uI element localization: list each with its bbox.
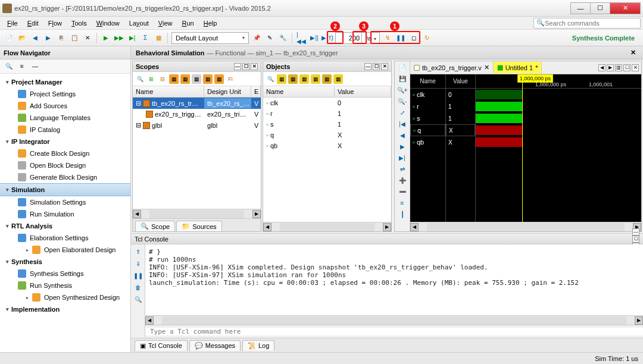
prev-tab-icon[interactable]: ◀ <box>598 64 605 71</box>
expand-icon[interactable]: ⊟ <box>136 121 141 129</box>
new-project-icon[interactable]: 📄 <box>4 33 14 43</box>
tcl-pause-icon[interactable]: ❚❚ <box>133 271 143 280</box>
expand-icon[interactable]: ▸ <box>26 247 29 253</box>
scope-row[interactable]: ex20_rs_trigg…ex20_rs_tri…V <box>133 109 261 120</box>
nav-section-implementation[interactable]: Implementation <box>0 303 130 315</box>
search-icon[interactable]: 🔍 <box>135 74 145 84</box>
next-icon[interactable]: ▶ <box>397 142 408 151</box>
next-icon[interactable]: ▶ <box>43 33 54 43</box>
filter2-icon[interactable]: ▦ <box>180 74 190 84</box>
report-icon[interactable]: ▦ <box>153 33 164 43</box>
nav-item-project-settings[interactable]: Project Settings <box>0 88 130 100</box>
waveform-scroll[interactable]: ◀▶ <box>410 222 641 231</box>
maximize-button[interactable]: ☐ <box>590 2 610 14</box>
waveform-canvas[interactable]: Name ▫clk▫r▫s▫q▫qb Value 011XX 1,000,000… <box>410 74 641 222</box>
menu-edit[interactable]: Edit <box>23 18 43 28</box>
run-impl-button[interactable]: ▶| <box>127 33 138 43</box>
ofilter2[interactable]: ▦ <box>288 74 298 84</box>
maximize-tab-icon[interactable]: ☐ <box>623 64 630 71</box>
previous-icon[interactable]: ◀ <box>30 33 40 43</box>
object-row[interactable]: ▫s1 <box>263 119 391 130</box>
col-e[interactable]: E <box>251 86 261 97</box>
nav-section-simulation[interactable]: Simulation <box>0 183 130 196</box>
ofilter5[interactable]: ▦ <box>322 74 332 84</box>
expand-icon[interactable]: ⊟ <box>136 99 141 107</box>
nav-item-ip-catalog[interactable]: IP Catalog <box>0 124 130 136</box>
file-icon[interactable]: 📄 <box>397 62 408 72</box>
close-panel-button[interactable]: ✕ <box>251 63 258 70</box>
search-icon[interactable]: 🔍 <box>266 74 275 84</box>
nav-section-ip-integrator[interactable]: IP Integrator <box>0 136 130 148</box>
ofilter6[interactable]: ▦ <box>333 74 343 84</box>
tab-log[interactable]: 📜Log <box>242 340 274 351</box>
nav-item-elaboration-settings[interactable]: Elaboration Settings <box>0 232 130 244</box>
expand-icon[interactable]: ⊞ <box>146 74 156 84</box>
close-button[interactable]: ✕ <box>610 2 641 14</box>
maximize-panel-button[interactable]: ☐ <box>373 63 380 70</box>
tcl-find-icon[interactable]: 🔍 <box>133 294 143 304</box>
sigma-icon[interactable]: Σ <box>140 33 151 43</box>
tcl-scroll[interactable]: ◀▶ <box>145 315 643 325</box>
pause-icon[interactable]: ❚❚ <box>395 33 406 43</box>
object-row[interactable]: ▫r1 <box>263 108 391 119</box>
scopes-scroll[interactable]: ◀▶ <box>133 209 261 218</box>
paste-icon[interactable]: 📋 <box>69 33 80 43</box>
nav-item-run-synthesis[interactable]: Run Synthesis <box>0 280 130 291</box>
menu-flow[interactable]: Flow <box>43 18 67 28</box>
filter5-icon[interactable]: ▦ <box>214 74 224 84</box>
tcl-command-input[interactable] <box>145 328 643 335</box>
menu-help[interactable]: Help <box>199 18 222 28</box>
zoom-out-icon[interactable]: 🔍- <box>397 96 408 106</box>
scope-row[interactable]: ⊟tb_ex20_rs_tr…tb_ex20_rs_…V <box>133 98 261 109</box>
wand-icon[interactable]: ✎ <box>264 33 275 43</box>
filter3-icon[interactable]: ▦ <box>192 74 201 84</box>
nav-item-generate-block-design[interactable]: Generate Block Design <box>0 171 130 183</box>
nav-section-synthesis[interactable]: Synthesis <box>0 256 130 268</box>
maximize-panel-button[interactable]: ☐ <box>242 63 249 70</box>
zoom-in-icon[interactable]: 🔍+ <box>397 85 408 95</box>
menu-tools[interactable]: Tools <box>67 18 92 28</box>
tab-sources[interactable]: 📁Sources <box>176 221 221 231</box>
group-icon[interactable]: ≡ <box>397 198 408 208</box>
add-icon[interactable]: ➕ <box>397 175 408 185</box>
object-row[interactable]: ▫qbX <box>263 140 391 151</box>
run-synth-button[interactable]: ▶▶ <box>114 33 124 43</box>
col-name[interactable]: Name <box>263 86 335 97</box>
maximize-panel-button[interactable]: ☐ <box>632 236 639 243</box>
close-tab-icon[interactable]: ✕ <box>632 64 639 71</box>
nav-item-run-simulation[interactable]: Run Simulation <box>0 208 130 220</box>
relaunch-icon[interactable]: ↻ <box>422 33 432 43</box>
layout-select[interactable]: Default Layout ▾ <box>171 32 249 44</box>
run-step-button[interactable]: ▶(т) <box>322 33 333 43</box>
find-icon[interactable]: Fi <box>226 74 235 84</box>
ofilter1[interactable]: ▦ <box>277 74 286 84</box>
nav-section-rtl-analysis[interactable]: RTL Analysis <box>0 220 130 232</box>
nav-item-simulation-settings[interactable]: Simulation Settings <box>0 196 130 208</box>
split-icon[interactable]: ▥ <box>615 64 622 71</box>
zoom-fit-icon[interactable]: ⤢ <box>397 108 408 117</box>
nav-item-add-sources[interactable]: Add Sources <box>0 100 130 112</box>
collapse-icon[interactable]: ⊟ <box>158 74 167 84</box>
dash-icon[interactable]: — <box>30 61 40 72</box>
tab-scope[interactable]: 🔍Scope <box>135 221 175 231</box>
wave-tab-untitled[interactable]: ▦Untitled 1* <box>494 62 542 73</box>
close-tab-icon[interactable]: ✕ <box>484 64 489 71</box>
menu-file[interactable]: File <box>2 18 23 28</box>
run-time-input[interactable] <box>335 32 362 44</box>
scope-row[interactable]: ⊟glblglblV <box>133 120 261 131</box>
cursor[interactable] <box>522 74 523 222</box>
command-search-input[interactable] <box>545 20 638 27</box>
col-name[interactable]: Name <box>133 86 204 97</box>
object-row[interactable]: ▫clk0 <box>263 98 391 108</box>
col-value[interactable]: Value <box>335 86 391 97</box>
tab-messages[interactable]: 💬Messages <box>189 340 241 351</box>
marker-icon[interactable]: ┃ <box>397 209 408 219</box>
filter4-icon[interactable]: ▦ <box>203 74 213 84</box>
menu-layout[interactable]: Layout <box>124 18 154 28</box>
wave-signal-row[interactable]: ▫q <box>410 124 445 136</box>
search-icon[interactable]: 🔍 <box>4 61 14 72</box>
menu-window[interactable]: Window <box>92 18 124 28</box>
objects-scroll[interactable]: ◀▶ <box>263 222 391 231</box>
expand-icon[interactable]: ▸ <box>26 295 29 300</box>
nav-item-open-synthesized-design[interactable]: ▸Open Synthesized Design <box>0 291 130 303</box>
